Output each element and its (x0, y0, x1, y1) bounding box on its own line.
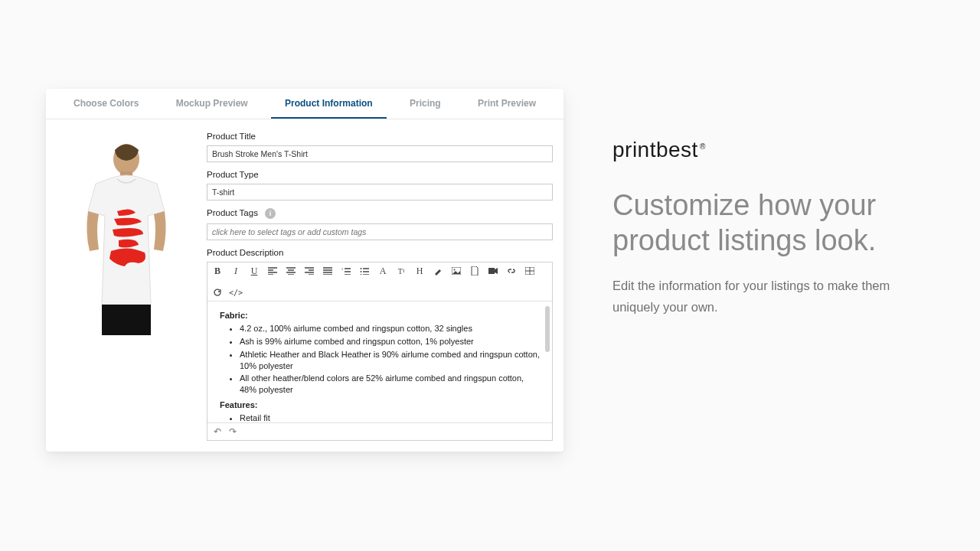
align-justify-icon[interactable] (322, 266, 333, 276)
font-color-icon[interactable]: A (377, 266, 388, 276)
underline-icon[interactable]: U (249, 266, 260, 276)
ordered-list-icon[interactable]: 1 (341, 266, 351, 276)
unordered-list-icon[interactable] (359, 266, 370, 276)
svg-rect-2 (102, 305, 151, 335)
tab-mockup-preview[interactable]: Mockup Preview (162, 89, 262, 119)
align-center-icon[interactable] (286, 266, 296, 276)
image-icon[interactable] (451, 266, 462, 276)
product-editor-card: Choose Colors Mockup Preview Product Inf… (46, 89, 564, 452)
fabric-heading: Fabric: (220, 311, 540, 320)
tshirt-mockup-image (57, 136, 195, 335)
product-type-input[interactable] (207, 184, 553, 201)
list-item: Retail fit (240, 412, 540, 422)
tabs-bar: Choose Colors Mockup Preview Product Inf… (46, 89, 564, 119)
info-icon[interactable]: i (265, 208, 276, 219)
rte-toolbar: B I U 1 (207, 262, 552, 302)
product-tags-input[interactable] (207, 223, 553, 240)
link-icon[interactable] (506, 266, 517, 276)
rte-footer: ↶ ↷ (207, 422, 552, 440)
product-title-input[interactable] (207, 145, 553, 162)
text-size-icon[interactable]: TI (396, 266, 407, 276)
svg-point-6 (361, 274, 362, 275)
highlighter-icon[interactable] (433, 266, 443, 276)
list-item: Athletic Heather and Black Heather is 90… (240, 349, 540, 372)
registered-mark-icon: ® (700, 142, 706, 151)
video-icon[interactable] (488, 266, 498, 276)
fabric-list: 4.2 oz., 100% airlume combed and ringspu… (220, 323, 540, 396)
brand-logo: printbest® (612, 138, 934, 162)
redo-icon[interactable]: ↷ (229, 426, 237, 437)
list-item: Ash is 99% airlume combed and ringspun c… (240, 336, 540, 347)
align-right-icon[interactable] (304, 266, 315, 276)
promo-panel: printbest® Customize how your product li… (612, 138, 934, 318)
align-left-icon[interactable] (267, 266, 278, 276)
tab-print-preview[interactable]: Print Preview (464, 89, 550, 119)
heading-icon[interactable]: H (414, 266, 425, 276)
tab-choose-colors[interactable]: Choose Colors (60, 89, 152, 119)
features-heading: Features: (220, 400, 540, 409)
product-description-label: Product Description (207, 248, 553, 257)
refresh-icon[interactable] (212, 287, 223, 298)
bold-icon[interactable]: B (212, 266, 223, 276)
promo-headline: Customize how your product listings look… (612, 188, 934, 258)
svg-point-8 (454, 269, 456, 271)
promo-subtext: Edit the information for your listings t… (612, 275, 934, 318)
scrollbar-thumb[interactable] (545, 306, 550, 352)
italic-icon[interactable]: I (230, 266, 241, 276)
rich-text-editor: B I U 1 (207, 262, 553, 441)
product-form: Product Title Product Type Product Tags … (207, 129, 553, 441)
svg-point-4 (361, 268, 362, 269)
product-type-label: Product Type (207, 170, 553, 179)
code-view-icon[interactable]: </> (230, 287, 241, 298)
table-icon[interactable] (524, 266, 535, 276)
file-icon[interactable] (469, 266, 480, 276)
product-tags-label: Product Tags i (207, 208, 553, 219)
product-title-label: Product Title (207, 132, 553, 141)
features-list: Retail fit Unisex sizing Shoulder taping… (220, 412, 540, 422)
svg-text:1: 1 (341, 267, 343, 271)
list-item: All other heather/blend colors are 52% a… (240, 373, 540, 396)
product-mockup (46, 129, 207, 441)
svg-point-5 (361, 271, 362, 272)
list-item: 4.2 oz., 100% airlume combed and ringspu… (240, 323, 540, 334)
rte-content[interactable]: Fabric: 4.2 oz., 100% airlume combed and… (207, 302, 552, 422)
tab-pricing[interactable]: Pricing (396, 89, 455, 119)
undo-icon[interactable]: ↶ (214, 426, 221, 437)
tab-product-information[interactable]: Product Information (271, 89, 387, 119)
svg-rect-9 (488, 268, 495, 274)
